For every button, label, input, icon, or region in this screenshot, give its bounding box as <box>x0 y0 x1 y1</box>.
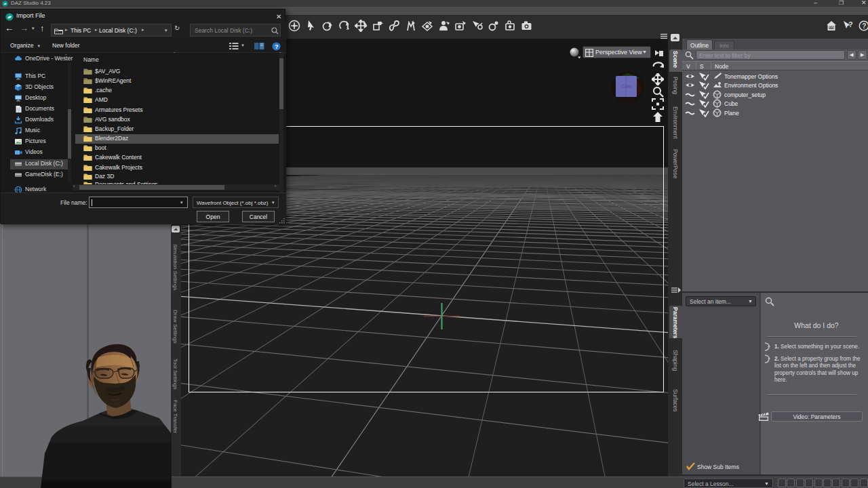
svg-text:?: ? <box>848 20 853 28</box>
svg-text:?: ? <box>862 22 866 30</box>
svg-text:Cam: Cam <box>621 84 631 89</box>
svg-text:DS: DS <box>829 25 835 29</box>
